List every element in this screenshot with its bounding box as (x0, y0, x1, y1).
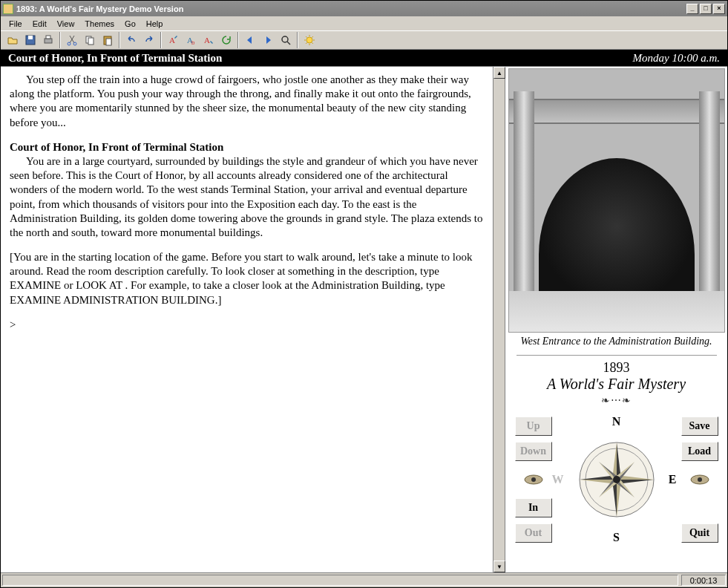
svg-text:b: b (191, 39, 195, 46)
font-icon-1[interactable]: A (165, 32, 181, 48)
cut-icon[interactable] (64, 32, 80, 48)
forward-icon[interactable] (260, 32, 276, 48)
command-prompt[interactable]: > (10, 318, 485, 332)
hint-icon[interactable] (301, 32, 318, 48)
search-icon[interactable] (278, 32, 294, 48)
undo-icon[interactable] (123, 32, 140, 48)
compass-w[interactable]: W (552, 473, 564, 486)
menu-edit[interactable]: Edit (27, 18, 52, 30)
svg-point-36 (613, 476, 620, 483)
svg-text:A: A (169, 36, 175, 45)
svg-rect-7 (88, 38, 94, 45)
save-icon[interactable] (22, 32, 39, 48)
titlebar: 1893: A World's Fair Mystery Demo Versio… (1, 1, 727, 16)
statusbar: 0:00:13 (1, 572, 727, 587)
font-icon-2[interactable]: Ab (183, 32, 199, 48)
svg-rect-9 (106, 39, 111, 45)
print-icon[interactable] (40, 32, 56, 48)
svg-point-15 (306, 37, 312, 43)
room-title: Court of Honor, In Front of Terminal Sta… (10, 140, 485, 154)
flourish-icon: ❧⋯❧ (601, 394, 632, 407)
work-area: You step off the train into a huge crowd… (1, 66, 727, 572)
story-pane: You step off the train into a huge crowd… (1, 67, 505, 572)
svg-rect-3 (46, 36, 50, 39)
nav-down-button[interactable]: Down (515, 442, 552, 461)
maximize-button[interactable]: □ (700, 4, 712, 14)
compass-e[interactable]: E (669, 473, 677, 486)
photo-caption: West Entrance to the Administration Buil… (519, 333, 713, 352)
menu-view[interactable]: View (52, 18, 80, 30)
minimize-button[interactable]: _ (686, 4, 698, 14)
story-para-3: [You are in the starting location of the… (10, 250, 485, 307)
nav-panel: Up Down In Out N S E W (513, 414, 721, 545)
compass-s[interactable]: S (613, 531, 620, 544)
window-title: 1893: A World's Fair Mystery Demo Versio… (16, 4, 183, 13)
menu-help[interactable]: Help (141, 18, 168, 30)
redo-icon[interactable] (141, 32, 157, 48)
game-subtitle: A World's Fair Mystery (547, 376, 686, 394)
font-icon-3[interactable]: A (200, 32, 217, 48)
svg-point-17 (531, 477, 536, 482)
menu-go[interactable]: Go (119, 18, 141, 30)
location-photo (508, 68, 725, 333)
look-left-icon[interactable] (522, 474, 545, 486)
menu-themes[interactable]: Themes (79, 18, 119, 30)
divider (517, 355, 717, 356)
app-icon (3, 4, 13, 14)
location-time: Monday 10:00 a.m. (633, 52, 720, 65)
nav-out-button[interactable]: Out (515, 523, 552, 543)
status-time: 0:00:13 (681, 575, 726, 586)
svg-point-14 (282, 36, 288, 42)
svg-point-38 (698, 477, 702, 482)
location-bar: Court of Honor, In Front of Terminal Sta… (1, 50, 727, 66)
nav-in-button[interactable]: In (515, 498, 552, 517)
svg-rect-1 (28, 36, 33, 39)
back-icon[interactable] (242, 32, 258, 48)
game-year: 1893 (603, 360, 630, 376)
app-window: 1893: A World's Fair Mystery Demo Versio… (0, 0, 728, 588)
story-para-2: You are in a large courtyard, surrounded… (10, 154, 485, 240)
load-button[interactable]: Load (681, 442, 718, 461)
location-name: Court of Honor, In Front of Terminal Sta… (8, 52, 222, 65)
close-button[interactable]: × (713, 4, 725, 14)
compass[interactable]: N S E W (561, 416, 672, 543)
quit-button[interactable]: Quit (681, 523, 718, 543)
menu-file[interactable]: File (4, 18, 27, 30)
paste-icon[interactable] (99, 32, 116, 48)
copy-icon[interactable] (82, 32, 98, 48)
open-icon[interactable] (4, 32, 21, 48)
look-right-icon[interactable] (689, 474, 711, 486)
story-text[interactable]: You step off the train into a huge crowd… (1, 67, 493, 572)
refresh-icon[interactable] (218, 32, 235, 48)
nav-up-button[interactable]: Up (515, 416, 552, 436)
scrollbar[interactable]: ▲ ▼ (493, 67, 505, 572)
save-button[interactable]: Save (681, 416, 718, 436)
svg-rect-2 (45, 39, 52, 43)
side-panel: West Entrance to the Administration Buil… (505, 67, 727, 572)
compass-n[interactable]: N (612, 415, 621, 428)
scroll-up-button[interactable]: ▲ (493, 67, 505, 79)
svg-text:A: A (204, 36, 210, 45)
toolbar: A Ab A (1, 30, 727, 50)
svg-point-5 (73, 42, 76, 45)
status-well (2, 575, 678, 586)
compass-rose-icon (572, 435, 661, 524)
scroll-down-button[interactable]: ▼ (493, 561, 505, 572)
story-para-1: You step off the train into a huge crowd… (10, 73, 485, 130)
svg-point-4 (68, 42, 70, 45)
menubar: File Edit View Themes Go Help (1, 16, 727, 30)
